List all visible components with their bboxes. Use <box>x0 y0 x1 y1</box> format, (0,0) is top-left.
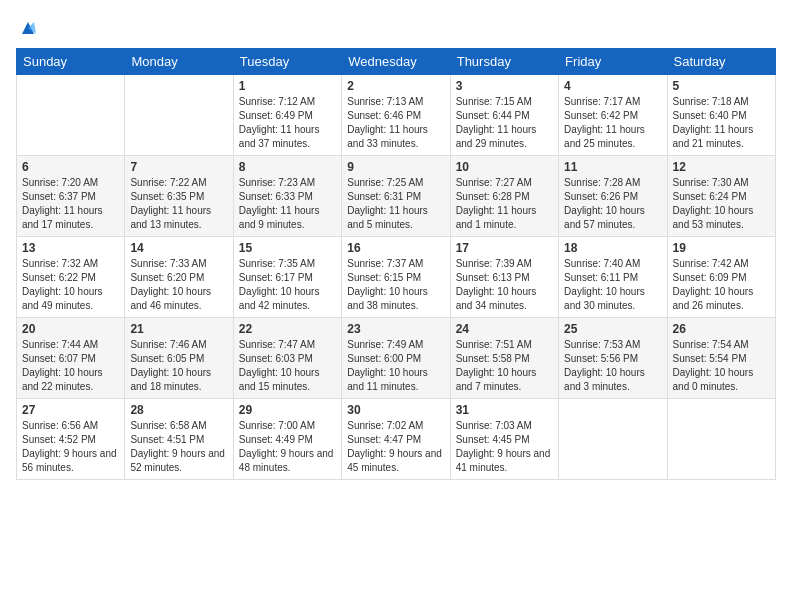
calendar-day-header: Tuesday <box>233 49 341 75</box>
logo-icon <box>18 18 38 38</box>
day-number: 21 <box>130 322 227 336</box>
day-info: Sunrise: 7:17 AM Sunset: 6:42 PM Dayligh… <box>564 95 661 151</box>
page: SundayMondayTuesdayWednesdayThursdayFrid… <box>0 0 792 612</box>
day-number: 29 <box>239 403 336 417</box>
day-number: 10 <box>456 160 553 174</box>
calendar-header-row: SundayMondayTuesdayWednesdayThursdayFrid… <box>17 49 776 75</box>
day-info: Sunrise: 7:33 AM Sunset: 6:20 PM Dayligh… <box>130 257 227 313</box>
calendar-week-row: 27Sunrise: 6:56 AM Sunset: 4:52 PM Dayli… <box>17 399 776 480</box>
calendar-cell: 25Sunrise: 7:53 AM Sunset: 5:56 PM Dayli… <box>559 318 667 399</box>
calendar-day-header: Friday <box>559 49 667 75</box>
day-info: Sunrise: 6:58 AM Sunset: 4:51 PM Dayligh… <box>130 419 227 475</box>
day-number: 28 <box>130 403 227 417</box>
day-info: Sunrise: 7:54 AM Sunset: 5:54 PM Dayligh… <box>673 338 770 394</box>
day-number: 5 <box>673 79 770 93</box>
day-number: 7 <box>130 160 227 174</box>
day-info: Sunrise: 7:13 AM Sunset: 6:46 PM Dayligh… <box>347 95 444 151</box>
calendar-cell: 10Sunrise: 7:27 AM Sunset: 6:28 PM Dayli… <box>450 156 558 237</box>
day-info: Sunrise: 7:40 AM Sunset: 6:11 PM Dayligh… <box>564 257 661 313</box>
day-info: Sunrise: 7:15 AM Sunset: 6:44 PM Dayligh… <box>456 95 553 151</box>
day-info: Sunrise: 7:53 AM Sunset: 5:56 PM Dayligh… <box>564 338 661 394</box>
day-number: 26 <box>673 322 770 336</box>
day-info: Sunrise: 7:37 AM Sunset: 6:15 PM Dayligh… <box>347 257 444 313</box>
calendar-cell: 18Sunrise: 7:40 AM Sunset: 6:11 PM Dayli… <box>559 237 667 318</box>
day-info: Sunrise: 7:03 AM Sunset: 4:45 PM Dayligh… <box>456 419 553 475</box>
day-info: Sunrise: 7:02 AM Sunset: 4:47 PM Dayligh… <box>347 419 444 475</box>
day-info: Sunrise: 7:42 AM Sunset: 6:09 PM Dayligh… <box>673 257 770 313</box>
day-info: Sunrise: 7:00 AM Sunset: 4:49 PM Dayligh… <box>239 419 336 475</box>
day-info: Sunrise: 7:46 AM Sunset: 6:05 PM Dayligh… <box>130 338 227 394</box>
calendar-week-row: 1Sunrise: 7:12 AM Sunset: 6:49 PM Daylig… <box>17 75 776 156</box>
day-number: 24 <box>456 322 553 336</box>
day-number: 12 <box>673 160 770 174</box>
calendar-cell: 3Sunrise: 7:15 AM Sunset: 6:44 PM Daylig… <box>450 75 558 156</box>
calendar-cell: 23Sunrise: 7:49 AM Sunset: 6:00 PM Dayli… <box>342 318 450 399</box>
day-number: 13 <box>22 241 119 255</box>
calendar-cell: 21Sunrise: 7:46 AM Sunset: 6:05 PM Dayli… <box>125 318 233 399</box>
day-info: Sunrise: 7:30 AM Sunset: 6:24 PM Dayligh… <box>673 176 770 232</box>
day-number: 2 <box>347 79 444 93</box>
day-info: Sunrise: 7:27 AM Sunset: 6:28 PM Dayligh… <box>456 176 553 232</box>
day-number: 1 <box>239 79 336 93</box>
calendar-cell: 12Sunrise: 7:30 AM Sunset: 6:24 PM Dayli… <box>667 156 775 237</box>
calendar-cell: 14Sunrise: 7:33 AM Sunset: 6:20 PM Dayli… <box>125 237 233 318</box>
calendar-cell: 11Sunrise: 7:28 AM Sunset: 6:26 PM Dayli… <box>559 156 667 237</box>
day-number: 15 <box>239 241 336 255</box>
calendar-day-header: Saturday <box>667 49 775 75</box>
calendar-cell <box>667 399 775 480</box>
logo <box>16 16 38 38</box>
day-info: Sunrise: 7:51 AM Sunset: 5:58 PM Dayligh… <box>456 338 553 394</box>
calendar-table: SundayMondayTuesdayWednesdayThursdayFrid… <box>16 48 776 480</box>
day-number: 31 <box>456 403 553 417</box>
day-info: Sunrise: 7:32 AM Sunset: 6:22 PM Dayligh… <box>22 257 119 313</box>
calendar-cell: 1Sunrise: 7:12 AM Sunset: 6:49 PM Daylig… <box>233 75 341 156</box>
calendar-week-row: 13Sunrise: 7:32 AM Sunset: 6:22 PM Dayli… <box>17 237 776 318</box>
calendar-cell: 20Sunrise: 7:44 AM Sunset: 6:07 PM Dayli… <box>17 318 125 399</box>
calendar-cell: 13Sunrise: 7:32 AM Sunset: 6:22 PM Dayli… <box>17 237 125 318</box>
day-number: 3 <box>456 79 553 93</box>
day-number: 23 <box>347 322 444 336</box>
calendar-cell: 7Sunrise: 7:22 AM Sunset: 6:35 PM Daylig… <box>125 156 233 237</box>
day-info: Sunrise: 7:23 AM Sunset: 6:33 PM Dayligh… <box>239 176 336 232</box>
calendar-week-row: 6Sunrise: 7:20 AM Sunset: 6:37 PM Daylig… <box>17 156 776 237</box>
calendar-cell: 30Sunrise: 7:02 AM Sunset: 4:47 PM Dayli… <box>342 399 450 480</box>
day-info: Sunrise: 7:12 AM Sunset: 6:49 PM Dayligh… <box>239 95 336 151</box>
day-number: 20 <box>22 322 119 336</box>
day-info: Sunrise: 7:39 AM Sunset: 6:13 PM Dayligh… <box>456 257 553 313</box>
day-number: 6 <box>22 160 119 174</box>
day-info: Sunrise: 7:22 AM Sunset: 6:35 PM Dayligh… <box>130 176 227 232</box>
calendar-cell: 16Sunrise: 7:37 AM Sunset: 6:15 PM Dayli… <box>342 237 450 318</box>
day-number: 16 <box>347 241 444 255</box>
day-number: 9 <box>347 160 444 174</box>
calendar-cell: 5Sunrise: 7:18 AM Sunset: 6:40 PM Daylig… <box>667 75 775 156</box>
day-number: 19 <box>673 241 770 255</box>
calendar-week-row: 20Sunrise: 7:44 AM Sunset: 6:07 PM Dayli… <box>17 318 776 399</box>
calendar-day-header: Thursday <box>450 49 558 75</box>
day-info: Sunrise: 7:20 AM Sunset: 6:37 PM Dayligh… <box>22 176 119 232</box>
calendar-cell: 24Sunrise: 7:51 AM Sunset: 5:58 PM Dayli… <box>450 318 558 399</box>
day-number: 18 <box>564 241 661 255</box>
day-info: Sunrise: 7:47 AM Sunset: 6:03 PM Dayligh… <box>239 338 336 394</box>
calendar-day-header: Monday <box>125 49 233 75</box>
calendar-cell: 4Sunrise: 7:17 AM Sunset: 6:42 PM Daylig… <box>559 75 667 156</box>
day-number: 22 <box>239 322 336 336</box>
day-info: Sunrise: 7:28 AM Sunset: 6:26 PM Dayligh… <box>564 176 661 232</box>
day-number: 30 <box>347 403 444 417</box>
calendar-day-header: Sunday <box>17 49 125 75</box>
day-info: Sunrise: 7:25 AM Sunset: 6:31 PM Dayligh… <box>347 176 444 232</box>
calendar-cell: 28Sunrise: 6:58 AM Sunset: 4:51 PM Dayli… <box>125 399 233 480</box>
day-number: 17 <box>456 241 553 255</box>
calendar-cell: 26Sunrise: 7:54 AM Sunset: 5:54 PM Dayli… <box>667 318 775 399</box>
calendar-day-header: Wednesday <box>342 49 450 75</box>
calendar-cell: 17Sunrise: 7:39 AM Sunset: 6:13 PM Dayli… <box>450 237 558 318</box>
day-info: Sunrise: 7:35 AM Sunset: 6:17 PM Dayligh… <box>239 257 336 313</box>
calendar-cell: 8Sunrise: 7:23 AM Sunset: 6:33 PM Daylig… <box>233 156 341 237</box>
day-number: 25 <box>564 322 661 336</box>
day-number: 4 <box>564 79 661 93</box>
calendar-cell: 19Sunrise: 7:42 AM Sunset: 6:09 PM Dayli… <box>667 237 775 318</box>
calendar-cell <box>125 75 233 156</box>
day-number: 11 <box>564 160 661 174</box>
calendar-cell: 27Sunrise: 6:56 AM Sunset: 4:52 PM Dayli… <box>17 399 125 480</box>
calendar-cell: 6Sunrise: 7:20 AM Sunset: 6:37 PM Daylig… <box>17 156 125 237</box>
day-info: Sunrise: 7:44 AM Sunset: 6:07 PM Dayligh… <box>22 338 119 394</box>
